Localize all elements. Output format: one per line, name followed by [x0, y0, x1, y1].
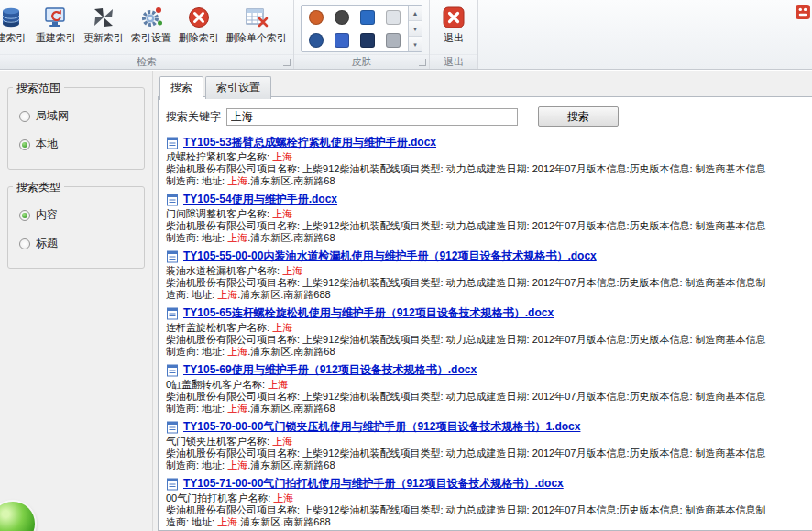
search-result: TY105-55-00-00内装油水道检漏机使用与维护手册（912项目设备技术规…	[166, 249, 805, 301]
search-result: TY105-69使用与维护手册（912项目设备技术规格书）.docx 0缸盖翻转…	[166, 362, 805, 415]
search-input[interactable]	[226, 108, 518, 126]
skin-swatch[interactable]	[360, 33, 375, 48]
button-label: 更新索引	[83, 32, 124, 43]
titlebar-fragment-icon	[796, 4, 811, 21]
doc-icon	[166, 307, 179, 320]
index-settings-button[interactable]: 索引设置	[127, 2, 175, 54]
search-scope-group: 搜索范围 局域网 本地	[7, 87, 145, 170]
group-title: 搜索范围	[13, 81, 64, 96]
ribbon-group-skin: ▲ ▼ ▾ 皮肤	[294, 0, 430, 69]
search-tab-panel: 搜索关键字 搜索 TY105-53摇臂总成螺栓拧紧机使用与维护手册.docx 成…	[158, 96, 812, 531]
result-link[interactable]: TY105-54使用与维护手册.docx	[183, 192, 337, 207]
ribbon-button-strip: 建索引 重建索引 更新索引	[0, 0, 293, 54]
create-index-icon	[0, 5, 24, 30]
skin-swatch[interactable]	[386, 10, 401, 25]
doc-icon	[166, 478, 179, 491]
button-label: 建索引	[0, 32, 27, 43]
update-index-icon	[91, 5, 116, 30]
radio-icon	[19, 111, 30, 122]
create-index-button[interactable]: 建索引	[0, 2, 32, 54]
skin-swatch[interactable]	[309, 10, 324, 25]
skin-swatch[interactable]	[335, 33, 349, 48]
search-result: TY105-71-00-00气门拍打机使用与维护手册（912项目设备技术规格书）…	[166, 476, 805, 528]
group-launcher-icon[interactable]	[283, 59, 291, 66]
radio-option-lan[interactable]: 局域网	[19, 108, 133, 124]
radio-label: 本地	[36, 137, 58, 152]
delete-single-index-icon	[244, 5, 269, 30]
index-settings-icon	[138, 5, 164, 30]
update-index-button[interactable]: 更新索引	[80, 2, 127, 54]
button-label: 退出	[444, 32, 464, 43]
radio-option-local[interactable]: 本地	[19, 137, 133, 152]
button-label: 索引设置	[131, 32, 171, 43]
button-label: 重建索引	[36, 32, 76, 43]
skin-gallery: ▲ ▼ ▾	[301, 5, 422, 52]
doc-icon	[166, 250, 179, 263]
doc-icon	[166, 364, 179, 377]
result-description: 0缸盖翻转机客户名称: 上海柴油机股份有限公司项目名称: 上柴912柴油机装配线…	[166, 379, 805, 415]
tab-strip: 搜索 索引设置	[153, 71, 812, 99]
gallery-down-button[interactable]: ▼	[409, 21, 422, 37]
result-link[interactable]: TY105-70-00-00气门锁夹压机使用与维护手册（912项目设备技术规格书…	[183, 419, 580, 435]
gallery-dropdown-button[interactable]: ▾	[409, 37, 422, 51]
result-link[interactable]: TY105-65连杆螺栓旋松机使用与维护手册（912项目设备技术规格书）.doc…	[183, 305, 554, 321]
ribbon-group-caption-exit: 退出	[430, 54, 477, 69]
result-description: 连杆盖旋松机客户名称: 上海柴油机股份有限公司项目名称: 上柴912柴油机装配线…	[166, 322, 805, 358]
ribbon-group-caption-skin: 皮肤	[294, 54, 429, 69]
radio-option-content[interactable]: 内容	[19, 207, 133, 223]
result-link[interactable]: TY105-53摇臂总成螺栓拧紧机使用与维护手册.docx	[183, 135, 436, 150]
search-keyword-label: 搜索关键字	[166, 109, 221, 125]
search-result: TY105-54使用与维护手册.docx 门间隙调整机客户名称: 上海柴油机股份…	[166, 192, 805, 244]
skin-button-strip: ▲ ▼ ▾	[294, 0, 429, 54]
ribbon-group-exit: 退出 退出	[430, 0, 478, 69]
radio-label: 标题	[36, 236, 58, 251]
skin-swatch[interactable]	[309, 33, 324, 48]
result-description: 装油水道检漏机客户名称: 上海柴油机股份有限公司项目名称: 上柴912柴油机装配…	[166, 265, 805, 301]
results-list: TY105-53摇臂总成螺栓拧紧机使用与维护手册.docx 成螺栓拧紧机客户名称…	[166, 135, 805, 531]
radio-icon	[19, 238, 30, 249]
main-area: 搜索 索引设置 搜索关键字 搜索 TY105-53摇臂总成螺栓拧紧机使用与维护手…	[153, 71, 812, 531]
search-result: TY105-65连杆螺栓旋松机使用与维护手册（912项目设备技术规格书）.doc…	[166, 305, 805, 358]
sidebar: 搜索范围 局域网 本地 搜索类型 内容 标题	[0, 71, 153, 531]
rebuild-index-button[interactable]: 重建索引	[32, 2, 80, 54]
result-description: 成螺栓拧紧机客户名称: 上海柴油机股份有限公司项目名称: 上柴912柴油机装配线…	[166, 151, 805, 187]
gallery-up-button[interactable]: ▲	[409, 6, 422, 21]
rebuild-index-icon	[43, 5, 69, 30]
delete-single-index-button[interactable]: 删除单个索引	[223, 2, 291, 54]
delete-index-button[interactable]: 删除索引	[175, 2, 223, 54]
radio-icon-checked	[19, 210, 30, 221]
group-caption-label: 皮肤	[352, 56, 372, 67]
result-description: 00气门拍打机客户名称: 上海柴油机股份有限公司项目名称: 上柴912柴油机装配…	[166, 492, 805, 528]
radio-icon-checked	[19, 139, 30, 150]
gallery-scroll-buttons: ▲ ▼ ▾	[408, 6, 422, 51]
result-description: 门间隙调整机客户名称: 上海柴油机股份有限公司项目名称: 上柴912柴油机装配线…	[166, 208, 805, 244]
radio-option-title[interactable]: 标题	[19, 236, 133, 251]
search-result: TY105-70-00-00气门锁夹压机使用与维护手册（912项目设备技术规格书…	[166, 419, 805, 471]
skin-swatch[interactable]	[386, 33, 401, 48]
search-button[interactable]: 搜索	[538, 106, 619, 127]
exit-button-strip: 退出	[430, 0, 477, 54]
tab-search[interactable]: 搜索	[159, 76, 203, 100]
exit-button[interactable]: 退出	[433, 2, 475, 54]
ribbon: 建索引 重建索引 更新索引	[0, 0, 812, 70]
group-title: 搜索类型	[13, 180, 64, 195]
tab-index-settings[interactable]: 索引设置	[205, 76, 271, 99]
radio-label: 内容	[36, 207, 58, 223]
result-link[interactable]: TY105-71-00-00气门拍打机使用与维护手册（912项目设备技术规格书）…	[183, 476, 564, 492]
result-description: 气门锁夹压机客户名称: 上海柴油机股份有限公司项目名称: 上柴912柴油机装配线…	[166, 436, 805, 471]
group-launcher-icon[interactable]	[419, 59, 426, 66]
button-label: 删除单个索引	[226, 32, 287, 43]
result-link[interactable]: TY105-55-00-00内装油水道检漏机使用与维护手册（912项目设备技术规…	[183, 249, 597, 264]
ribbon-group-caption-search: 检索	[0, 54, 293, 69]
search-type-group: 搜索类型 内容 标题	[7, 186, 145, 269]
ribbon-group-search: 建索引 重建索引 更新索引	[0, 0, 294, 69]
result-link[interactable]: TY105-69使用与维护手册（912项目设备技术规格书）.docx	[183, 362, 477, 378]
skin-swatch[interactable]	[335, 10, 349, 25]
button-label: 删除索引	[179, 32, 219, 43]
doc-icon	[166, 194, 179, 206]
search-row: 搜索关键字 搜索	[166, 106, 805, 127]
doc-icon	[166, 137, 179, 149]
group-caption-label: 检索	[137, 56, 157, 67]
group-caption-label: 退出	[444, 56, 464, 67]
skin-swatch[interactable]	[360, 10, 375, 25]
